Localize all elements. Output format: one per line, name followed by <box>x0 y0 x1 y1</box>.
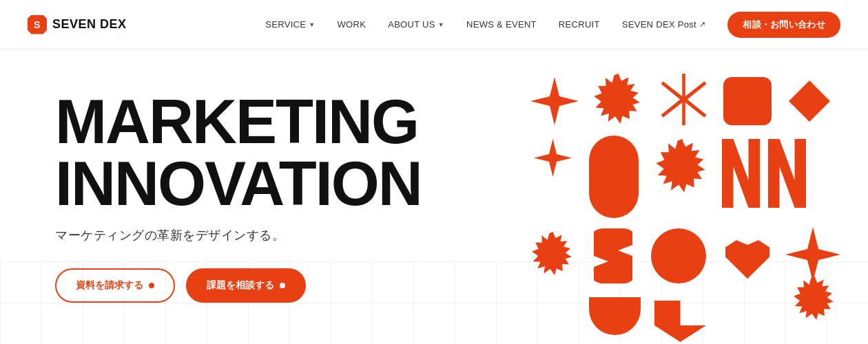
btn1-dot <box>149 283 154 288</box>
request-material-button[interactable]: 資料を請求する <box>55 268 175 303</box>
about-dropdown-arrow: ▼ <box>438 21 444 28</box>
hero-buttons: 資料を請求する 課題を相談する <box>55 268 422 303</box>
logo[interactable]: S SEVEN DEX <box>28 15 127 34</box>
hero-text-block: MARKETING INNOVATION マーケティングの革新をデザインする。 … <box>55 91 422 303</box>
shape-starburst-4 <box>792 277 837 321</box>
logo-icon: S <box>28 15 47 34</box>
shape-tall-pill <box>589 136 639 218</box>
btn2-dot <box>280 283 285 288</box>
nav-work[interactable]: WORK <box>338 19 366 30</box>
shape-4point-star-1 <box>530 77 579 125</box>
shape-squiggle <box>589 228 637 283</box>
nav-news[interactable]: NEWS & EVENT <box>466 19 537 30</box>
external-link-icon: ↗ <box>699 20 705 29</box>
shape-rounded-square <box>723 77 772 125</box>
hero-subtitle: マーケティングの革新をデザインする。 <box>55 227 422 244</box>
shape-letter-n-2 <box>768 139 806 208</box>
decorative-shapes <box>530 70 847 325</box>
shape-asterisk <box>658 74 710 125</box>
hero-section: MARKETING INNOVATION マーケティングの革新をデザインする。 … <box>0 50 868 344</box>
hero-title: MARKETING INNOVATION <box>55 91 422 215</box>
nav-post[interactable]: SEVEN DEX Post ↗ <box>622 19 706 30</box>
main-nav: SERVICE ▼ WORK ABOUT US ▼ NEWS & EVENT R… <box>265 12 840 38</box>
nav-about-us[interactable]: ABOUT US ▼ <box>388 19 444 30</box>
shape-diamond <box>789 80 830 122</box>
cta-button[interactable]: 相談・お問い合わせ <box>727 12 840 38</box>
consult-button[interactable]: 課題を相談する <box>186 268 306 303</box>
header: S SEVEN DEX SERVICE ▼ WORK ABOUT US ▼ NE… <box>0 0 868 50</box>
shape-starburst-1 <box>592 74 644 125</box>
shape-starburst-3 <box>530 232 575 277</box>
shape-letter-n-1 <box>722 139 760 208</box>
nav-service[interactable]: SERVICE ▼ <box>265 19 315 30</box>
shape-4point-star-3 <box>785 227 840 282</box>
nav-recruit[interactable]: RECRUIT <box>559 19 600 30</box>
shape-4point-star-2 <box>534 139 572 177</box>
service-dropdown-arrow: ▼ <box>309 21 315 28</box>
shape-starburst-2 <box>654 139 710 194</box>
logo-text: SEVEN DEX <box>52 17 127 32</box>
shape-circle <box>651 228 706 283</box>
shape-heart <box>720 235 775 283</box>
